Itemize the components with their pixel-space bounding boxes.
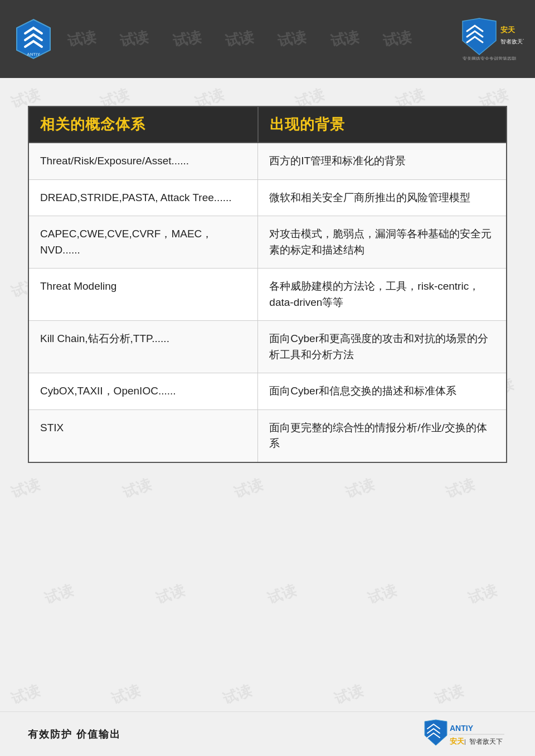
table-row: Kill Chain,钻石分析,TTP......面向Cyber和更高强度的攻击… <box>28 321 507 373</box>
footer-tagline: 有效防护 价值输出 <box>28 728 121 741</box>
svg-text:智者敌天下: 智者敌天下 <box>469 738 503 745</box>
table-row: Threat Modeling各种威胁建模的方法论，工具，risk-centri… <box>28 269 507 321</box>
svg-text:安天: 安天 <box>500 26 515 34</box>
header-watermark: 试读 <box>119 27 150 51</box>
footer-antiy-logo: ANTIY 安天 | 智者敌天下 <box>418 719 507 749</box>
table-cell-background: 微软和相关安全厂商所推出的风险管理模型 <box>258 179 507 216</box>
table-cell-concept: Threat/Risk/Exposure/Asset...... <box>28 143 258 179</box>
col2-header: 出现的背景 <box>258 106 507 143</box>
header-watermark: 试读 <box>171 27 203 51</box>
svg-text:安天: 安天 <box>449 737 465 745</box>
table-cell-concept: CAPEC,CWE,CVE,CVRF，MAEC，NVD...... <box>28 216 258 269</box>
antiy-right-logo: 安天 智者敌天下 安关网络安全专训营第四期 <box>451 16 524 60</box>
table-row: DREAD,STRIDE,PASTA, Attack Tree......微软和… <box>28 179 507 216</box>
table-cell-background: 面向Cyber和信息交换的描述和标准体系 <box>258 373 507 410</box>
table-cell-concept: CybOX,TAXII，OpenIOC...... <box>28 373 258 410</box>
svg-text:智者敌天下: 智者敌天下 <box>500 38 524 45</box>
table-cell-concept: Threat Modeling <box>28 269 258 321</box>
header-watermark: 试读 <box>329 27 361 51</box>
logo-container: ANTIY <box>11 17 56 61</box>
table-row: Threat/Risk/Exposure/Asset......西方的IT管理和… <box>28 143 507 179</box>
header: 试读 试读 试读 试读 试读 试读 试读 ANTIY 安天 智者敌天下 <box>0 0 535 78</box>
table-cell-background: 面向Cyber和更高强度的攻击和对抗的场景的分析工具和分析方法 <box>258 321 507 373</box>
table-cell-background: 各种威胁建模的方法论，工具，risk-centric，data-driven等等 <box>258 269 507 321</box>
footer-logo: ANTIY 安天 | 智者敌天下 <box>418 719 507 749</box>
table-cell-background: 西方的IT管理和标准化的背景 <box>258 143 507 179</box>
table-row: CAPEC,CWE,CVE,CVRF，MAEC，NVD......对攻击模式，脆… <box>28 216 507 269</box>
table-cell-background: 面向更完整的综合性的情报分析/作业/交换的体系 <box>258 409 507 462</box>
table-row: CybOX,TAXII，OpenIOC......面向Cyber和信息交换的描述… <box>28 373 507 410</box>
footer: 有效防护 价值输出 ANTIY 安天 | 智者敌天下 <box>0 711 535 756</box>
table-cell-concept: Kill Chain,钻石分析,TTP...... <box>28 321 258 373</box>
table-cell-background: 对攻击模式，脆弱点，漏洞等各种基础的安全元素的标定和描述结构 <box>258 216 507 269</box>
header-watermark: 试读 <box>276 27 308 51</box>
header-right-logo: 安天 智者敌天下 安关网络安全专训营第四期 <box>451 16 524 62</box>
table-cell-concept: STIX <box>28 409 258 462</box>
col1-header: 相关的概念体系 <box>28 106 258 143</box>
svg-text:ANTIY: ANTIY <box>450 724 474 733</box>
header-watermark: 试读 <box>66 27 98 51</box>
table-row: STIX面向更完整的综合性的情报分析/作业/交换的体系 <box>28 409 507 462</box>
concept-table: 相关的概念体系 出现的背景 Threat/Risk/Exposure/Asset… <box>28 106 507 463</box>
svg-text:安关网络安全专训营第四期: 安关网络安全专训营第四期 <box>463 56 516 60</box>
svg-text:ANTIY: ANTIY <box>27 52 41 57</box>
header-watermark: 试读 <box>223 27 255 51</box>
table-cell-concept: DREAD,STRIDE,PASTA, Attack Tree...... <box>28 179 258 216</box>
main-content: 相关的概念体系 出现的背景 Threat/Risk/Exposure/Asset… <box>0 78 535 485</box>
logo-icon: ANTIY <box>11 17 56 61</box>
svg-text:|: | <box>464 738 466 745</box>
header-watermark: 试读 <box>381 27 413 51</box>
